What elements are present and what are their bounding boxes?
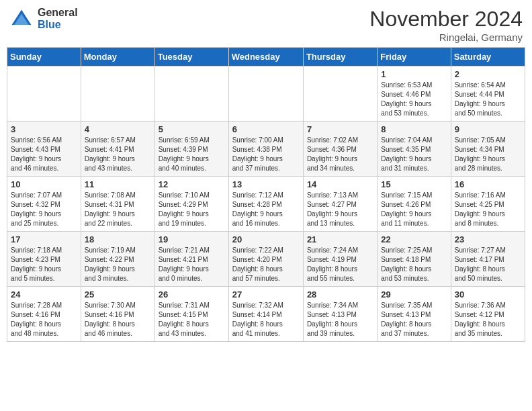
day-info: Sunrise: 7:31 AM Sunset: 4:15 PM Dayligh…: [159, 301, 225, 338]
logo-blue-text: Blue: [38, 19, 78, 31]
calendar-cell: 9Sunrise: 7:05 AM Sunset: 4:34 PM Daylig…: [451, 122, 525, 177]
day-header-friday: Friday: [378, 48, 451, 66]
calendar-body: 1Sunrise: 6:53 AM Sunset: 4:46 PM Daylig…: [7, 66, 525, 342]
page-header: General Blue November 2024 Ringelai, Ger…: [7, 7, 525, 43]
day-info: Sunrise: 7:13 AM Sunset: 4:27 PM Dayligh…: [307, 191, 373, 228]
calendar-cell: 16Sunrise: 7:16 AM Sunset: 4:25 PM Dayli…: [451, 177, 525, 232]
day-number: 24: [11, 289, 77, 300]
day-info: Sunrise: 7:34 AM Sunset: 4:13 PM Dayligh…: [307, 301, 373, 338]
title-block: November 2024 Ringelai, Germany: [369, 7, 523, 43]
day-info: Sunrise: 7:02 AM Sunset: 4:36 PM Dayligh…: [307, 136, 373, 173]
day-number: 2: [455, 69, 521, 79]
day-info: Sunrise: 7:35 AM Sunset: 4:13 PM Dayligh…: [381, 301, 447, 338]
calendar-cell: 3Sunrise: 6:56 AM Sunset: 4:43 PM Daylig…: [7, 122, 81, 177]
day-info: Sunrise: 7:05 AM Sunset: 4:34 PM Dayligh…: [455, 136, 521, 173]
day-number: 26: [159, 289, 225, 300]
calendar-cell: 26Sunrise: 7:31 AM Sunset: 4:15 PM Dayli…: [154, 287, 228, 342]
day-number: 4: [85, 124, 151, 134]
calendar-cell: 12Sunrise: 7:10 AM Sunset: 4:29 PM Dayli…: [154, 177, 228, 232]
calendar-cell: 17Sunrise: 7:18 AM Sunset: 4:23 PM Dayli…: [7, 232, 81, 287]
calendar-header-row: SundayMondayTuesdayWednesdayThursdayFrid…: [7, 48, 525, 66]
calendar-cell: 20Sunrise: 7:22 AM Sunset: 4:20 PM Dayli…: [228, 232, 303, 287]
logo-icon: [9, 7, 34, 31]
calendar-cell: 28Sunrise: 7:34 AM Sunset: 4:13 PM Dayli…: [303, 287, 377, 342]
day-number: 11: [85, 179, 151, 189]
day-header-wednesday: Wednesday: [228, 48, 303, 66]
day-info: Sunrise: 7:12 AM Sunset: 4:28 PM Dayligh…: [232, 191, 300, 228]
calendar-cell: 11Sunrise: 7:08 AM Sunset: 4:31 PM Dayli…: [81, 177, 154, 232]
day-number: 7: [307, 124, 373, 134]
day-number: 9: [455, 124, 521, 134]
calendar-cell: [154, 66, 228, 122]
day-number: 16: [455, 179, 521, 189]
day-number: 12: [159, 179, 225, 189]
calendar-title: November 2024: [369, 7, 523, 32]
day-number: 28: [307, 289, 373, 300]
day-info: Sunrise: 7:18 AM Sunset: 4:23 PM Dayligh…: [11, 246, 77, 283]
day-number: 8: [381, 124, 447, 134]
day-number: 18: [85, 234, 151, 244]
day-info: Sunrise: 7:36 AM Sunset: 4:12 PM Dayligh…: [455, 301, 521, 338]
day-info: Sunrise: 7:19 AM Sunset: 4:22 PM Dayligh…: [85, 246, 151, 283]
calendar-cell: 27Sunrise: 7:32 AM Sunset: 4:14 PM Dayli…: [228, 287, 303, 342]
calendar-cell: 19Sunrise: 7:21 AM Sunset: 4:21 PM Dayli…: [154, 232, 228, 287]
day-info: Sunrise: 7:10 AM Sunset: 4:29 PM Dayligh…: [159, 191, 225, 228]
day-info: Sunrise: 7:04 AM Sunset: 4:35 PM Dayligh…: [381, 136, 447, 173]
calendar-week-row: 10Sunrise: 7:07 AM Sunset: 4:32 PM Dayli…: [7, 177, 525, 232]
day-number: 3: [11, 124, 77, 134]
day-number: 20: [232, 234, 300, 244]
day-info: Sunrise: 7:00 AM Sunset: 4:38 PM Dayligh…: [232, 136, 300, 173]
day-info: Sunrise: 6:57 AM Sunset: 4:41 PM Dayligh…: [85, 136, 151, 173]
day-info: Sunrise: 7:28 AM Sunset: 4:16 PM Dayligh…: [11, 301, 77, 338]
day-info: Sunrise: 6:56 AM Sunset: 4:43 PM Dayligh…: [11, 136, 77, 173]
calendar-week-row: 17Sunrise: 7:18 AM Sunset: 4:23 PM Dayli…: [7, 232, 525, 287]
calendar-cell: 8Sunrise: 7:04 AM Sunset: 4:35 PM Daylig…: [378, 122, 451, 177]
day-info: Sunrise: 7:27 AM Sunset: 4:17 PM Dayligh…: [455, 246, 521, 283]
calendar-cell: [303, 66, 377, 122]
calendar-cell: [7, 66, 81, 122]
day-number: 23: [455, 234, 521, 244]
day-number: 10: [11, 179, 77, 189]
day-info: Sunrise: 7:07 AM Sunset: 4:32 PM Dayligh…: [11, 191, 77, 228]
calendar-cell: 21Sunrise: 7:24 AM Sunset: 4:19 PM Dayli…: [303, 232, 377, 287]
calendar-cell: 7Sunrise: 7:02 AM Sunset: 4:36 PM Daylig…: [303, 122, 377, 177]
calendar-cell: [228, 66, 303, 122]
day-number: 29: [381, 289, 447, 300]
day-number: 19: [159, 234, 225, 244]
day-info: Sunrise: 7:21 AM Sunset: 4:21 PM Dayligh…: [159, 246, 225, 283]
day-info: Sunrise: 7:16 AM Sunset: 4:25 PM Dayligh…: [455, 191, 521, 228]
day-header-tuesday: Tuesday: [154, 48, 228, 66]
day-header-sunday: Sunday: [7, 48, 81, 66]
calendar-week-row: 24Sunrise: 7:28 AM Sunset: 4:16 PM Dayli…: [7, 287, 525, 342]
calendar-cell: 4Sunrise: 6:57 AM Sunset: 4:41 PM Daylig…: [81, 122, 154, 177]
day-header-thursday: Thursday: [303, 48, 377, 66]
day-info: Sunrise: 7:24 AM Sunset: 4:19 PM Dayligh…: [307, 246, 373, 283]
calendar-cell: 15Sunrise: 7:15 AM Sunset: 4:26 PM Dayli…: [378, 177, 451, 232]
day-info: Sunrise: 7:22 AM Sunset: 4:20 PM Dayligh…: [232, 246, 300, 283]
day-info: Sunrise: 6:53 AM Sunset: 4:46 PM Dayligh…: [381, 81, 447, 118]
day-info: Sunrise: 7:08 AM Sunset: 4:31 PM Dayligh…: [85, 191, 151, 228]
calendar-cell: 5Sunrise: 6:59 AM Sunset: 4:39 PM Daylig…: [154, 122, 228, 177]
day-number: 27: [232, 289, 300, 300]
calendar-cell: 22Sunrise: 7:25 AM Sunset: 4:18 PM Dayli…: [378, 232, 451, 287]
day-info: Sunrise: 7:30 AM Sunset: 4:16 PM Dayligh…: [85, 301, 151, 338]
day-header-saturday: Saturday: [451, 48, 525, 66]
calendar-cell: 1Sunrise: 6:53 AM Sunset: 4:46 PM Daylig…: [378, 66, 451, 122]
calendar-cell: 14Sunrise: 7:13 AM Sunset: 4:27 PM Dayli…: [303, 177, 377, 232]
day-info: Sunrise: 7:15 AM Sunset: 4:26 PM Dayligh…: [381, 191, 447, 228]
day-number: 15: [381, 179, 447, 189]
day-header-monday: Monday: [81, 48, 154, 66]
calendar-cell: 24Sunrise: 7:28 AM Sunset: 4:16 PM Dayli…: [7, 287, 81, 342]
calendar-cell: 29Sunrise: 7:35 AM Sunset: 4:13 PM Dayli…: [378, 287, 451, 342]
calendar-week-row: 3Sunrise: 6:56 AM Sunset: 4:43 PM Daylig…: [7, 122, 525, 177]
day-number: 25: [85, 289, 151, 300]
calendar-cell: 13Sunrise: 7:12 AM Sunset: 4:28 PM Dayli…: [228, 177, 303, 232]
day-number: 6: [232, 124, 300, 134]
calendar-subtitle: Ringelai, Germany: [369, 32, 523, 43]
day-number: 14: [307, 179, 373, 189]
day-number: 5: [159, 124, 225, 134]
logo-general-text: General: [38, 7, 78, 19]
day-number: 22: [381, 234, 447, 244]
calendar-cell: [81, 66, 154, 122]
day-info: Sunrise: 7:25 AM Sunset: 4:18 PM Dayligh…: [381, 246, 447, 283]
